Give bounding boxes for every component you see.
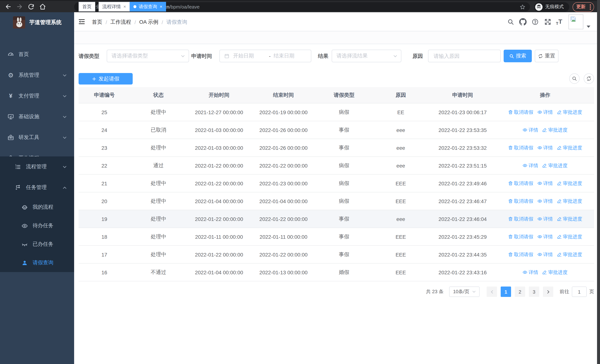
detail-link[interactable]: 详情 [537,251,553,258]
font-size-icon[interactable]: TT [556,18,562,26]
col-status: 状态 [130,87,187,103]
prev-page-button[interactable] [487,287,497,297]
detail-link[interactable]: 详情 [537,233,553,240]
approval-progress-link[interactable]: 审批进度 [557,109,582,115]
home-icon[interactable] [39,3,46,10]
cell-actions: 详情 审批进度 [496,263,594,281]
create-leave-button[interactable]: 发起请假 [79,73,133,84]
chevron-down-icon [63,94,67,98]
next-page-button[interactable] [543,287,553,297]
sidebar-item-process-mgmt[interactable]: 流程管理 [0,156,74,177]
approval-progress-link[interactable]: 审批进度 [557,144,582,151]
forward-icon[interactable] [16,3,23,10]
cell-status: 处理中 [130,210,187,228]
detail-link[interactable]: 详情 [537,109,553,115]
back-icon[interactable] [5,3,11,10]
sidebar-item-system[interactable]: ⚙ 系统管理 [0,65,74,86]
cancel-leave-link[interactable]: 取消请假 [508,180,533,187]
help-icon[interactable] [532,19,538,25]
sidebar-item-leave-query[interactable]: 请假查询 [0,253,74,272]
cancel-leave-link[interactable]: 取消请假 [508,144,533,151]
approval-progress-link[interactable]: 审批进度 [542,162,568,169]
cancel-leave-link[interactable]: 取消请假 [508,198,533,205]
detail-link[interactable]: 详情 [523,162,538,169]
approval-progress-link[interactable]: 审批进度 [557,233,582,240]
sidebar-item-task-mgmt[interactable]: 任务管理 [0,177,74,198]
logo-image [13,16,25,28]
cancel-leave-link[interactable]: 取消请假 [508,233,533,240]
browser-menu-icon[interactable] [590,4,591,10]
page-button-2[interactable]: 2 [515,287,525,297]
update-button[interactable]: 更新 [572,2,594,12]
cell-reason: eee [373,210,429,228]
reason-input[interactable] [433,53,496,59]
date-range-picker[interactable]: 开始日期 - 结束日期 [219,50,311,62]
tag-home[interactable]: 首页 [79,2,95,11]
dashboard-icon [7,51,14,58]
page-size-select[interactable]: 10条/页 [449,287,479,297]
reset-button[interactable]: 重置 [535,50,559,62]
page-button-3[interactable]: 3 [529,287,539,297]
table-row: 18 处理中 2022-01-11 00:00:00 2022-01-11 00… [79,228,594,246]
detail-link[interactable]: 详情 [537,180,553,187]
refresh-table-button[interactable] [584,73,594,84]
avatar[interactable] [569,14,583,29]
goto-page-input[interactable] [572,287,587,297]
search-button[interactable]: 搜索 [504,50,532,62]
close-icon[interactable]: × [123,4,126,9]
cell-status: 处理中 [130,139,187,157]
user-icon [21,260,28,266]
pen-icon [557,234,562,239]
monitor-icon [7,113,14,120]
sidebar-item-todo-tasks[interactable]: 待办任务 [0,216,74,235]
sidebar-item-my-process[interactable]: 我的流程 [0,198,74,216]
detail-link[interactable]: 详情 [537,215,553,222]
detail-link[interactable]: 详情 [537,144,553,151]
logo-row[interactable]: 芋道管理系统 [0,12,74,33]
page-button-1[interactable]: 1 [501,287,511,297]
cell-apply: 2022-01-22 23:46:04 [429,210,496,228]
end-date-input[interactable]: 结束日期 [274,53,307,59]
sidebar-item-done-tasks[interactable]: 已办任务 [0,235,74,253]
sidebar-item-infra[interactable]: 基础设施 [0,106,74,127]
range-separator: - [269,53,271,59]
approval-progress-link[interactable]: 审批进度 [542,127,568,133]
start-date-input[interactable]: 开始日期 [233,53,266,59]
header-search-icon[interactable] [507,19,514,25]
detail-link[interactable]: 详情 [523,127,538,133]
detail-link[interactable]: 详情 [523,269,538,276]
reload-icon[interactable] [28,3,35,10]
approval-progress-link[interactable]: 审批进度 [557,251,582,258]
cancel-leave-link[interactable]: 取消请假 [508,251,533,258]
bookmark-star-icon[interactable] [520,4,525,10]
caret-down-icon[interactable] [587,26,590,28]
detail-link[interactable]: 详情 [537,198,553,205]
fullscreen-icon[interactable] [544,19,551,25]
leave-type-label: 请假类型 [79,50,99,62]
approval-progress-link[interactable]: 审批进度 [557,180,582,187]
chevron-down-icon [181,54,185,58]
breadcrumb-oa[interactable]: OA 示例 [139,19,159,26]
result-select[interactable]: 请选择流结果 [332,50,401,62]
show-search-button[interactable] [569,73,580,84]
sidebar-item-pay[interactable]: ¥ 支付管理 [0,86,74,106]
breadcrumb-home[interactable]: 首页 [92,19,102,26]
sidebar-item-devtools[interactable]: 研发工具 [0,127,74,148]
leave-type-select[interactable]: 请选择请假类型 [107,50,189,62]
approval-progress-link[interactable]: 审批进度 [557,215,582,222]
sidebar-item-home[interactable]: 首页 [0,44,74,65]
tag-process-detail[interactable]: 流程详情 × [99,2,130,11]
cancel-leave-link[interactable]: 取消请假 [508,109,533,115]
approval-progress-link[interactable]: 审批进度 [542,269,568,276]
cancel-leave-link[interactable]: 取消请假 [508,215,533,222]
approval-progress-link[interactable]: 审批进度 [557,198,582,205]
table-row: 19 处理中 2022-01-22 00:00:00 2022-01-22 00… [79,210,594,228]
col-actions: 操作 [496,87,594,103]
browser-scrollbar[interactable] [597,0,600,364]
cell-end: 2022-01-22 00:00:00 [251,210,316,228]
tag-leave-query[interactable]: 请假查询 × [130,2,166,11]
close-icon[interactable]: × [160,4,162,9]
breadcrumb-workflow[interactable]: 工作流程 [111,19,131,26]
sidebar-toggle-icon[interactable] [78,18,85,25]
github-icon[interactable] [519,18,527,26]
